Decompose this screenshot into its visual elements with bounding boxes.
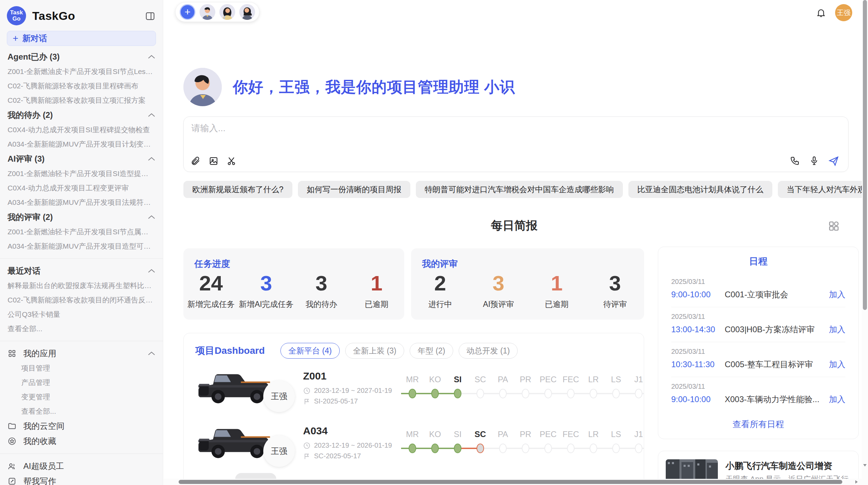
add-agent-button[interactable]: + (180, 4, 195, 20)
sidebar-item-help-write[interactable]: 帮我写作 (0, 474, 163, 485)
app-item-project-mgmt[interactable]: 项目管理 (0, 361, 163, 375)
milestone-label: MR (401, 375, 424, 386)
suggestion-chip[interactable]: 如何写一份清晰的项目周报 (298, 181, 410, 198)
chat-input[interactable] (191, 122, 740, 150)
plus-icon: + (13, 33, 18, 44)
scroll-down-arrow-icon[interactable] (863, 463, 867, 467)
suggestion-chip[interactable]: 比亚迪全固态电池计划具体说了什么 (628, 181, 772, 198)
project-name: Z001 (303, 370, 399, 382)
horizontal-scrollbar-thumb[interactable] (179, 480, 842, 484)
list-item[interactable]: A034-全新新能源MUV产品开发项目造型可行性评审 (0, 239, 163, 253)
view-all-schedule-link[interactable]: 查看所有日程 (658, 419, 858, 430)
sidebar-collapse-icon[interactable] (145, 11, 155, 21)
section-header-agent-done[interactable]: Agent已办 (3) (0, 49, 163, 64)
milestone: FEC (559, 375, 582, 401)
list-item[interactable]: C02-飞腾新能源轻客改款项目立项汇报方案 (0, 93, 163, 108)
favorites-label: 我的收藏 (23, 436, 56, 447)
view-all-apps-link[interactable]: 查看全部... (0, 404, 163, 419)
microphone-icon[interactable] (809, 156, 819, 166)
project-row[interactable]: 王强 A034 2023-12-19 ~ 2026-01-19 SC-2025-… (195, 417, 637, 468)
milestone-node (409, 389, 416, 398)
list-item[interactable]: Z001-全新燃油轻卡产品开发项目SI造型提交物评审 (0, 166, 163, 181)
list-item[interactable]: C02-飞腾新能源轻客改款项目的闭环通告反馈情况 (0, 293, 163, 307)
send-icon[interactable] (828, 155, 839, 166)
join-link[interactable]: 加入 (829, 359, 845, 370)
project-vehicle-image: 王强 (195, 365, 281, 410)
image-icon[interactable] (208, 156, 219, 166)
list-item[interactable]: C0X4-动力总成开发项目工程变更评审 (0, 181, 163, 195)
scroll-right-arrow-icon[interactable] (854, 480, 858, 484)
app-item-change-mgmt[interactable]: 变更管理 (0, 390, 163, 404)
sidebar-item-cloud-space[interactable]: 我的云空间 (0, 419, 163, 434)
vertical-scrollbar-thumb[interactable] (863, 0, 867, 310)
join-link[interactable]: 加入 (829, 289, 845, 300)
list-item[interactable]: 公司Q3轻卡销量 (0, 307, 163, 322)
milestone-node (567, 389, 575, 398)
chevron-up-icon (148, 215, 155, 220)
agent-avatar-3[interactable] (239, 4, 255, 20)
sidebar-item-my-apps[interactable]: 我的应用 (0, 346, 163, 361)
milestone: PR (514, 430, 537, 456)
milestone: LR (582, 375, 605, 401)
section-header-my-todo[interactable]: 我的待办 (2) (0, 108, 163, 123)
milestone-label: SC (469, 430, 492, 441)
composer-tools-left (191, 156, 237, 166)
milestone-node (431, 389, 439, 398)
join-link[interactable]: 加入 (829, 324, 845, 335)
notification-bell-icon[interactable] (816, 8, 826, 18)
suggestion-chip[interactable]: 特朗普可能对进口汽车增税会对中国车企造成哪些影响 (416, 181, 623, 198)
tab-year-model[interactable]: 年型 (2) (410, 343, 453, 359)
project-name: A034 (303, 425, 399, 437)
layout-grid-icon[interactable] (828, 220, 840, 232)
list-item[interactable]: Z001-全新燃油轻卡产品开发项目SI节点属性5D文件评审 (0, 225, 163, 239)
list-item[interactable]: A034-全新新能源MUV产品开发项目计划变更表编写 (0, 137, 163, 151)
milestone-node (499, 389, 507, 398)
schedule-event: 2025/03/11 10:30-11:30 C005-整车工程目标评审 加入 (671, 342, 845, 377)
event-name: C003|H0B-方案冻结评审 (725, 324, 824, 335)
my-review-card: 我的评审 2 进行中 3 AI预评审 1 已逾期 3 待评审 (411, 248, 644, 320)
suggestion-chip[interactable]: 欧洲新规最近颁布了什么? (183, 181, 292, 198)
scissors-icon[interactable] (226, 156, 237, 166)
milestone: PEC (537, 375, 559, 401)
milestone-node (499, 444, 507, 453)
join-link[interactable]: 加入 (829, 394, 845, 405)
sidebar-item-ai-employee[interactable]: AI超级员工 (0, 459, 163, 474)
greeting-block: 你好，王强，我是你的项目管理助理 小识 (183, 68, 515, 106)
view-all-chats-link[interactable]: 查看全部... (0, 322, 163, 336)
list-item[interactable]: 解释最新出台的欧盟报废车法规再生塑料比例被调至15%... (0, 278, 163, 293)
list-item[interactable]: C0X4-动力总成开发项目SI里程碑提交物检查 (0, 123, 163, 137)
agent-avatar-2[interactable] (219, 4, 235, 20)
sidebar-item-favorites[interactable]: 我的收藏 (0, 434, 163, 449)
project-row[interactable]: 王强 Z001 2023-12-19 ~ 2027-01-19 SI-2025-… (195, 362, 637, 413)
list-item[interactable]: Z001-全新燃油皮卡产品开发项目SI节点Lesson Learn报告 (0, 64, 163, 79)
milestone-node (522, 389, 529, 398)
phone-icon[interactable] (790, 156, 800, 166)
stat-in-progress: 2 进行中 (411, 271, 469, 310)
horizontal-scrollbar[interactable] (164, 479, 862, 485)
section-header-ai-review[interactable]: AI评审 (3) (0, 151, 163, 166)
tab-new-body[interactable]: 全新上装 (3) (345, 343, 405, 359)
event-date: 2025/03/11 (671, 313, 845, 321)
milestone-label: SI (446, 375, 469, 386)
milestone: KO (424, 375, 446, 401)
chevron-up-icon (148, 113, 155, 117)
vertical-scrollbar[interactable] (862, 0, 868, 485)
milestone-label: LR (582, 430, 605, 441)
section-header-my-review[interactable]: 我的评审 (2) (0, 210, 163, 225)
greeting-title: 你好，王强，我是你的项目管理助理 小识 (233, 77, 515, 97)
suggestion-chip[interactable]: 当下年轻人对汽车外观有怎样的喜好趋势 (778, 181, 868, 198)
agent-avatar-1[interactable] (200, 4, 215, 20)
tab-powertrain[interactable]: 动总开发 (1) (459, 343, 518, 359)
list-item[interactable]: C02-飞腾新能源轻客改款项目里程碑画布 (0, 79, 163, 93)
milestone: PEC (537, 430, 559, 456)
section-header-recent-chats[interactable]: 最近对话 (0, 263, 163, 278)
new-chat-button[interactable]: + 新对话 (7, 31, 156, 46)
user-avatar[interactable]: 王强 (835, 4, 852, 21)
stat-ai-prereview: 3 AI预评审 (469, 271, 528, 310)
app-item-product-mgmt[interactable]: 产品管理 (0, 375, 163, 390)
attachment-icon[interactable] (191, 156, 201, 166)
new-chat-label: 新对话 (22, 33, 47, 44)
list-item[interactable]: A034-全新新能源MUV产品开发项目法规符合性评审 (0, 195, 163, 210)
tab-new-platform[interactable]: 全新平台 (4) (280, 343, 340, 359)
milestone: PR (514, 375, 537, 401)
